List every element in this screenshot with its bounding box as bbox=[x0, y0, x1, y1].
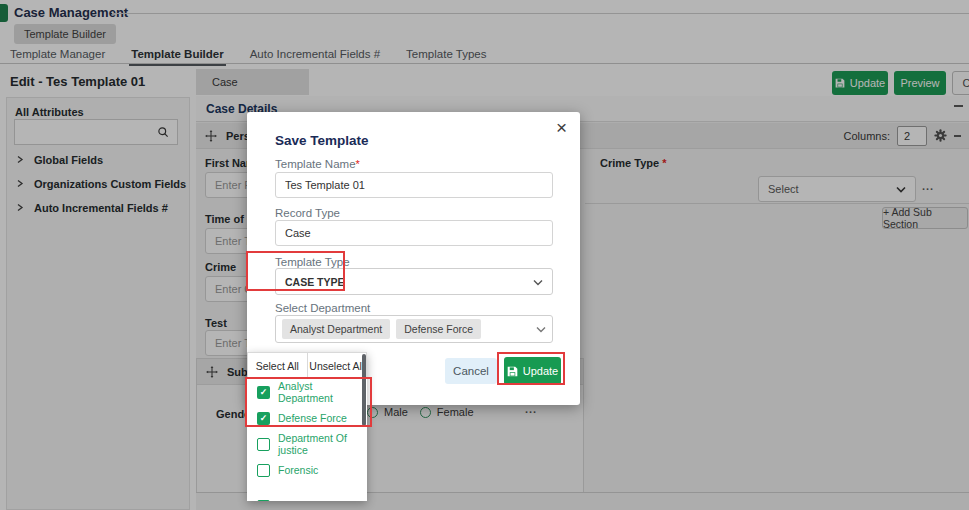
annotation-update-button bbox=[497, 352, 565, 385]
list-item-label: Forensic bbox=[278, 464, 318, 476]
record-type-input[interactable] bbox=[275, 220, 553, 246]
select-department-multiselect[interactable]: Analyst Department Defense Force bbox=[275, 315, 553, 343]
modal-cancel-button[interactable]: Cancel bbox=[445, 358, 497, 384]
checkbox-unchecked-icon[interactable] bbox=[257, 464, 270, 477]
list-item-forensic[interactable]: Forensic bbox=[247, 457, 367, 483]
list-item-label: Department Of justice bbox=[278, 432, 367, 456]
list-item-department-of-justice[interactable]: Department Of justice bbox=[247, 431, 367, 457]
select-department-label: Select Department bbox=[275, 302, 370, 314]
required-asterisk: * bbox=[356, 158, 360, 170]
template-name-label: Template Name* bbox=[275, 158, 360, 170]
department-chip: Defense Force bbox=[396, 319, 481, 339]
chevron-down-icon bbox=[536, 323, 546, 335]
department-chip: Analyst Department bbox=[282, 319, 390, 339]
modal-title: Save Template bbox=[275, 133, 369, 148]
record-type-label: Record Type bbox=[275, 207, 340, 219]
close-icon[interactable]: × bbox=[556, 118, 567, 137]
select-all-button[interactable]: Select All bbox=[247, 352, 308, 379]
checkbox-unchecked-icon[interactable] bbox=[257, 438, 270, 451]
template-name-input[interactable] bbox=[275, 172, 553, 198]
template-name-label-text: Template Name bbox=[275, 158, 356, 170]
annotation-selected-departments bbox=[245, 377, 372, 427]
unselect-all-button[interactable]: Unselect All bbox=[308, 352, 368, 379]
list-item-partial[interactable] bbox=[247, 493, 367, 501]
checkbox-unchecked-icon[interactable] bbox=[257, 500, 270, 502]
chevron-down-icon bbox=[533, 276, 543, 288]
annotation-template-type bbox=[246, 251, 345, 291]
dropdown-header: Select All Unselect All bbox=[247, 352, 367, 379]
